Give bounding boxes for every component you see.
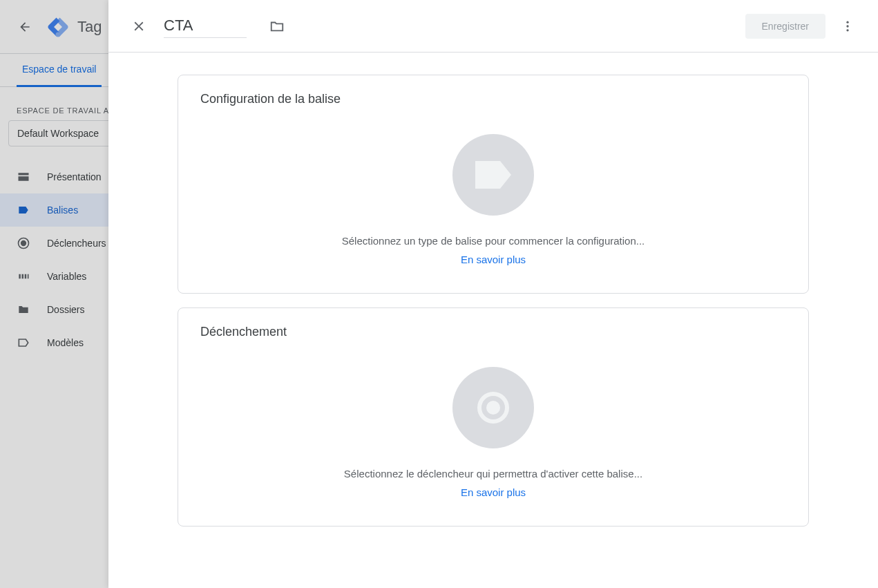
svg-point-5 — [846, 29, 848, 31]
panel-header: Enregistrer — [108, 0, 878, 53]
folder-icon — [17, 303, 30, 316]
tag-icon — [17, 203, 30, 217]
tag-editor-panel: Enregistrer Configuration de la balise S… — [108, 0, 878, 588]
tag-configuration-card[interactable]: Configuration de la balise Sélectionnez … — [178, 75, 809, 294]
empty-state: Sélectionnez le déclencheur qui permettr… — [200, 367, 786, 498]
triggering-card[interactable]: Déclenchement Sélectionnez le déclencheu… — [178, 307, 809, 527]
svg-point-0 — [56, 32, 61, 37]
back-button[interactable] — [11, 13, 39, 41]
svg-point-7 — [486, 401, 500, 415]
trigger-placeholder-icon — [452, 367, 534, 448]
sidebar-item-label: Modèles — [47, 337, 84, 348]
overview-icon — [17, 170, 30, 184]
svg-point-2 — [21, 241, 26, 246]
sidebar-item-label: Variables — [47, 271, 86, 282]
bg-app-title: Tag — [77, 18, 102, 36]
card-title: Déclenchement — [200, 325, 786, 339]
sidebar-item-label: Balises — [47, 205, 78, 216]
folder-button[interactable] — [263, 12, 291, 40]
empty-state: Sélectionnez un type de balise pour comm… — [200, 134, 786, 265]
learn-more-link[interactable]: En savoir plus — [461, 254, 526, 265]
card-title: Configuration de la balise — [200, 92, 786, 106]
empty-text: Sélectionnez un type de balise pour comm… — [342, 235, 645, 247]
save-button[interactable]: Enregistrer — [745, 14, 825, 39]
tab-workspace[interactable]: Espace de travail — [17, 54, 102, 87]
svg-point-3 — [846, 21, 848, 23]
tag-placeholder-icon — [452, 134, 534, 216]
tag-name-input[interactable] — [164, 14, 247, 38]
variable-icon — [17, 269, 30, 283]
template-icon — [17, 336, 30, 350]
learn-more-link[interactable]: En savoir plus — [461, 486, 526, 498]
panel-body: Configuration de la balise Sélectionnez … — [108, 53, 878, 588]
gtm-logo-icon — [47, 16, 69, 38]
sidebar-item-label: Déclencheurs — [47, 238, 106, 249]
sidebar-item-label: Présentation — [47, 171, 102, 182]
sidebar-item-label: Dossiers — [47, 304, 84, 315]
more-menu-button[interactable] — [834, 12, 861, 40]
svg-point-4 — [846, 25, 848, 27]
empty-text: Sélectionnez le déclencheur qui permettr… — [344, 468, 642, 480]
trigger-icon — [17, 236, 30, 250]
close-button[interactable] — [125, 12, 153, 40]
